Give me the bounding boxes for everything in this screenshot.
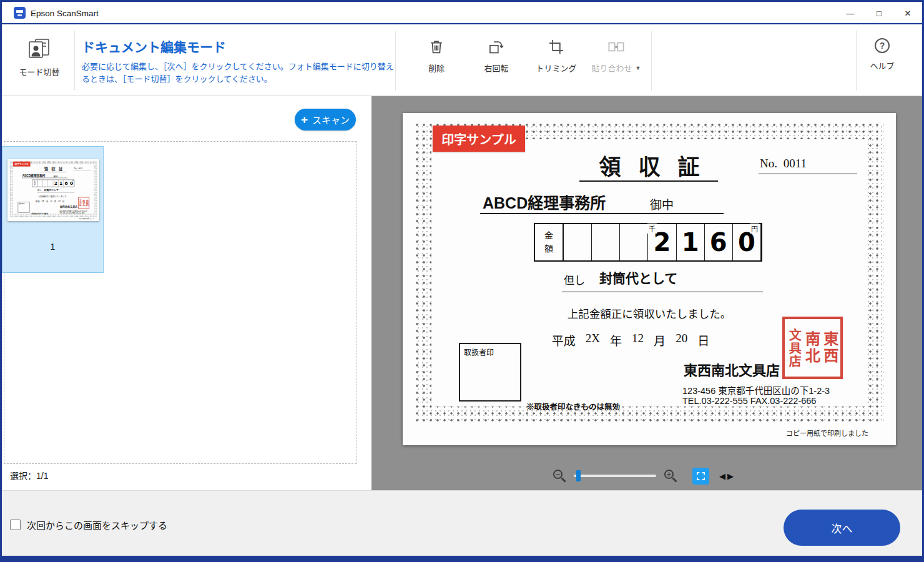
amount-box: 金 額 2 1 6 0 千 円 [32, 180, 74, 187]
trim-button[interactable]: トリミング [526, 26, 586, 74]
app-window: Epson ScanSmart — □ ✕ モード切替 ドキュメント編集モード [2, 2, 922, 556]
merge-label-row: 貼り合わせ ▼ [592, 62, 641, 74]
date-month-unit: 月 [54, 200, 57, 203]
window-title: Epson ScanSmart [31, 2, 99, 24]
date-month: 12 [632, 332, 644, 348]
seal-column: 南北 [82, 200, 85, 206]
date-year: 2X [586, 332, 600, 348]
date-era: 平成 [552, 332, 576, 348]
amount-cell [564, 224, 592, 260]
scan-button[interactable]: + スキャン [295, 109, 356, 131]
next-button[interactable]: 次へ [784, 510, 900, 546]
mode-description-line2: るときは、［モード切替］をクリックしてください。 [82, 73, 394, 86]
mode-switch-button[interactable]: モード切替 [7, 26, 72, 77]
amount-cell: 1 [677, 224, 705, 260]
merge-button[interactable]: 貼り合わせ ▼ [586, 26, 646, 74]
thumbnail-image: 印字サンプル 領収証 No. 0011 ABCD経理事務所 御中 金 額 [7, 159, 99, 221]
separator [74, 31, 75, 91]
zoom-in-button[interactable]: + [664, 468, 679, 483]
seal-column: 文具店 [788, 328, 800, 368]
zoom-slider-thumb[interactable] [576, 470, 581, 481]
mode-description: 必要に応じて編集し、［次へ］をクリックしてください。フォト編集モードに切り替え … [82, 61, 394, 86]
mode-title: ドキュメント編集モード [82, 37, 394, 56]
next-page-arrow[interactable]: ▶ [727, 471, 734, 481]
help-icon: ? [875, 38, 890, 53]
date-year-unit: 年 [610, 332, 622, 348]
separator [651, 31, 652, 91]
amount-cell: 1 [59, 180, 64, 187]
zoom-slider-track[interactable] [574, 475, 656, 477]
proviso-label: 但し [37, 189, 41, 192]
rotate-right-icon [488, 38, 505, 56]
minimize-button[interactable]: — [836, 2, 865, 24]
thousand-marker: 千 [53, 180, 55, 182]
separator [395, 31, 396, 91]
store-name: 東西南北文具店 [60, 205, 78, 209]
payee-name: ABCD経理事務所 [22, 174, 46, 178]
title-bar: Epson ScanSmart — □ ✕ [2, 2, 922, 24]
skip-checkbox-label[interactable]: 次回からこの画面をスキップする [27, 518, 167, 531]
receipt-title: 領収証 [7, 166, 99, 172]
maximize-button[interactable]: □ [865, 2, 893, 24]
statement-text: 上記金額正に領収いたしました。 [465, 305, 833, 321]
skip-option-row: 次回からこの画面をスキップする [10, 518, 167, 531]
store-name: 東西南北文具店 [684, 359, 780, 379]
close-button[interactable]: ✕ [893, 2, 922, 24]
handler-stamp-label: 取扱者印 [460, 344, 520, 360]
skip-checkbox[interactable] [10, 520, 21, 530]
toolbar: モード切替 ドキュメント編集モード 必要に応じて編集し、［次へ］をクリックしてく… [2, 26, 922, 96]
separator [856, 31, 857, 91]
amount-cell [42, 180, 47, 187]
handler-stamp-box: 取扱者印 [459, 343, 521, 402]
proviso-underline [562, 292, 763, 292]
epson-logo-icon [14, 7, 26, 19]
mode-switch-icon [27, 38, 51, 59]
page-number: 1 [2, 242, 103, 252]
store-phone: TEL.03-222-555 FAX.03-222-666 [682, 396, 816, 406]
prev-page-arrow[interactable]: ◀ [719, 471, 725, 481]
mode-description-line1: 必要に応じて編集し、［次へ］をクリックしてください。フォト編集モードに切り替え [82, 61, 394, 73]
receipt-number: No. 0011 [760, 157, 807, 170]
payee-name: ABCD経理事務所 [483, 190, 606, 213]
date-year: 2X [41, 200, 44, 203]
date-era: 平成 [35, 200, 39, 203]
receipt-title: 領収証 [403, 149, 896, 181]
receipt-title-text: 領収証 [599, 155, 717, 180]
help-button[interactable]: ? ヘルプ [857, 26, 907, 71]
seal-column: 東西 [86, 200, 88, 206]
rotate-right-button[interactable]: 右回転 [466, 26, 526, 74]
fit-screen-button[interactable] [692, 468, 709, 485]
honorific-label: 御中 [650, 195, 674, 212]
date-day-unit: 日 [62, 200, 65, 203]
receipt-document: 印字サンプル 領収証 No. 0011 ABCD経理事務所 御中 金 額 [7, 159, 99, 221]
handler-note: ※取扱者印なきものは無効 [526, 400, 620, 412]
merge-label: 貼り合わせ [592, 62, 632, 74]
delete-button[interactable]: 削除 [406, 26, 466, 74]
page-thumbnail[interactable]: 印字サンプル 領収証 No. 0011 ABCD経理事務所 御中 金 額 [2, 146, 104, 273]
seal-column: 文具店 [79, 199, 82, 207]
zoom-out-button[interactable]: − [553, 468, 568, 483]
yen-marker: 円 [72, 180, 74, 182]
amount-cell: 6 [64, 180, 69, 187]
stitch-icon [607, 38, 626, 56]
magnifier-stem [672, 477, 677, 482]
page-navigation: ◀ ▶ [719, 471, 734, 481]
store-phone: TEL.03-222-555 FAX.03-222-666 [59, 212, 84, 214]
amount-label-char: 金 [544, 229, 553, 242]
preview-panel: 印字サンプル 領収証 No. 0011 ABCD経理事務所 御中 金 額 [371, 96, 922, 490]
mode-info: ドキュメント編集モード 必要に応じて編集し、［次へ］をクリックしてください。フォ… [82, 37, 394, 86]
date-day: 20 [676, 332, 687, 348]
date-month-unit: 月 [654, 332, 666, 348]
seal-column: 南北 [804, 331, 819, 365]
handler-note: ※取扱者印なきものは無効 [31, 213, 48, 215]
number-underline [759, 174, 857, 174]
trash-icon [428, 38, 445, 56]
seal-column: 東西 [822, 331, 837, 365]
store-seal: 東西 南北 文具店 [782, 317, 843, 379]
fit-to-screen-icon [695, 471, 706, 481]
chevron-down-icon[interactable]: ▼ [636, 65, 641, 71]
preview-image[interactable]: 印字サンプル 領収証 No. 0011 ABCD経理事務所 御中 金 額 [403, 113, 896, 445]
title-underline [579, 180, 718, 182]
proviso-text: 封筒代として [599, 268, 677, 287]
date-year-unit: 年 [46, 200, 49, 203]
